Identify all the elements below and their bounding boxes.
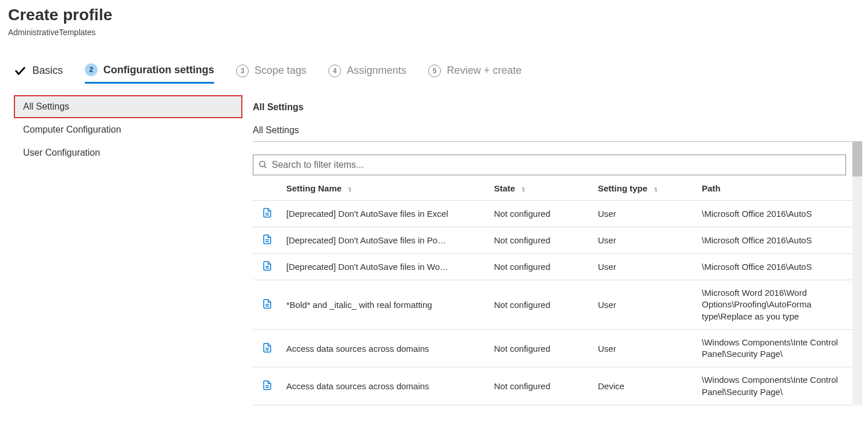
col-header-type[interactable]: Setting type ↑↓ <box>593 175 697 201</box>
search-box[interactable] <box>253 155 846 175</box>
cell-path: \Microsoft Office 2016\AutoS <box>697 254 852 280</box>
settings-content: All Settings All Settings <box>242 95 862 405</box>
document-icon <box>262 234 272 245</box>
col-header-path-label: Path <box>702 183 721 193</box>
sort-icon: ↑↓ <box>653 185 656 193</box>
step-number-icon: 4 <box>328 65 341 77</box>
document-icon <box>262 343 272 353</box>
step-assignments[interactable]: 4 Assignments <box>328 65 406 83</box>
scrollbar-thumb[interactable] <box>852 142 862 176</box>
col-header-path[interactable]: Path <box>697 175 852 201</box>
svg-point-0 <box>260 161 265 166</box>
cell-state: Not configured <box>489 254 593 280</box>
check-icon <box>14 65 27 77</box>
table-row[interactable]: *Bold* and _italic_ with real formatting… <box>253 280 852 330</box>
table-row[interactable]: [Deprecated] Don't AutoSave files in Wo…… <box>253 254 852 280</box>
cell-state: Not configured <box>489 227 593 254</box>
content-heading: All Settings <box>253 102 862 112</box>
cell-setting-type: Device <box>593 367 697 405</box>
search-icon <box>258 160 267 171</box>
cell-path: \Microsoft Office 2016\AutoS <box>697 201 852 227</box>
cell-path: \Microsoft Word 2016\Word Options\Proofi… <box>697 280 852 330</box>
col-header-state-label: State <box>494 183 515 193</box>
cell-setting-type: User <box>593 329 697 367</box>
document-icon <box>262 299 272 309</box>
cell-setting-type: User <box>593 280 697 330</box>
step-review-create[interactable]: 5 Review + create <box>428 65 522 83</box>
table-row[interactable]: [Deprecated] Don't AutoSave files in Po…… <box>253 227 852 254</box>
document-icon <box>262 261 272 271</box>
col-header-name[interactable]: Setting Name ↑↓ <box>282 175 489 201</box>
search-input[interactable] <box>272 160 841 170</box>
vertical-scrollbar[interactable] <box>852 142 862 405</box>
sort-icon: ↑↓ <box>347 185 350 193</box>
step-assign-label: Assignments <box>347 65 406 77</box>
cell-state: Not configured <box>489 329 593 367</box>
step-scope-label: Scope tags <box>255 65 306 77</box>
cell-state: Not configured <box>489 201 593 227</box>
cell-setting-type: User <box>593 227 697 254</box>
content-breadcrumb: All Settings <box>253 125 862 136</box>
step-review-label: Review + create <box>447 65 522 77</box>
step-scope-tags[interactable]: 3 Scope tags <box>236 65 306 83</box>
document-icon <box>262 380 272 390</box>
step-config-label: Configuration settings <box>103 64 214 76</box>
cell-path: \Microsoft Office 2016\AutoS <box>697 227 852 254</box>
wizard-steps: Basics 2 Configuration settings 3 Scope … <box>14 63 868 84</box>
svg-line-1 <box>264 166 266 167</box>
cell-setting-type: User <box>593 254 697 280</box>
cell-state: Not configured <box>489 367 593 405</box>
sidebar-item-user-configuration[interactable]: User Configuration <box>14 141 242 164</box>
sidebar-item-label: Computer Configuration <box>23 125 121 134</box>
cell-path: \Windows Components\Inte Control Panel\S… <box>697 329 852 367</box>
sort-icon: ↑↓ <box>521 185 523 193</box>
cell-setting-name: *Bold* and _italic_ with real formatting <box>282 280 489 330</box>
page-subtitle: AdministrativeTemplates <box>8 28 860 37</box>
cell-path: \Windows Components\Inte Control Panel\S… <box>697 367 852 405</box>
document-icon <box>262 208 272 218</box>
table-row[interactable]: [Deprecated] Don't AutoSave files in Exc… <box>253 201 852 227</box>
cell-setting-name: Access data sources across domains <box>282 329 489 367</box>
cell-setting-name: [Deprecated] Don't AutoSave files in Wo… <box>282 254 489 280</box>
cell-state: Not configured <box>489 280 593 330</box>
col-header-name-label: Setting Name <box>286 183 342 193</box>
step-number-icon: 2 <box>85 63 98 76</box>
settings-sidebar: All Settings Computer Configuration User… <box>14 95 242 405</box>
step-number-icon: 3 <box>236 65 249 77</box>
table-row[interactable]: Access data sources across domainsNot co… <box>253 367 852 405</box>
cell-setting-name: [Deprecated] Don't AutoSave files in Po… <box>282 227 489 254</box>
step-number-icon: 5 <box>428 65 441 77</box>
page-title: Create profile <box>8 5 860 25</box>
cell-setting-type: User <box>593 201 697 227</box>
sidebar-item-computer-configuration[interactable]: Computer Configuration <box>14 118 242 141</box>
cell-setting-name: Access data sources across domains <box>282 367 489 405</box>
table-row[interactable]: Access data sources across domainsNot co… <box>253 329 852 367</box>
settings-table: Setting Name ↑↓ State ↑↓ Setting type ↑↓ <box>253 175 852 405</box>
cell-setting-name: [Deprecated] Don't AutoSave files in Exc… <box>282 201 489 227</box>
sidebar-item-label: All Settings <box>23 101 69 111</box>
sidebar-item-label: User Configuration <box>23 148 100 157</box>
step-basics[interactable]: Basics <box>14 65 63 83</box>
step-configuration-settings[interactable]: 2 Configuration settings <box>85 63 214 84</box>
sidebar-item-all-settings[interactable]: All Settings <box>14 95 242 118</box>
col-header-state[interactable]: State ↑↓ <box>489 175 593 201</box>
step-basics-label: Basics <box>32 65 63 77</box>
col-header-type-label: Setting type <box>598 183 648 193</box>
